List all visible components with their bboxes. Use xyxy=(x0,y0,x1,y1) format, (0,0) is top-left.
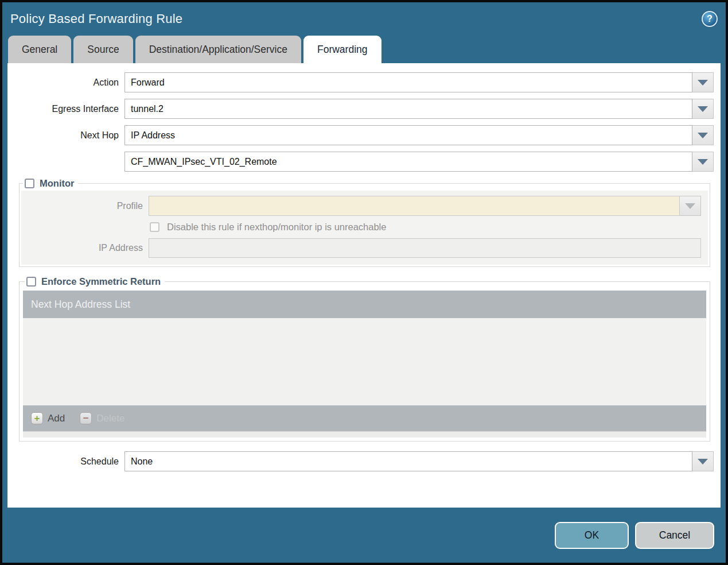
next-hop-address-row xyxy=(7,152,714,172)
profile-dropdown-button xyxy=(680,196,701,216)
table-horizontal-scrollbar[interactable] xyxy=(23,431,706,438)
symmetric-return-legend-label: Enforce Symmetric Return xyxy=(41,276,161,287)
action-dropdown-button[interactable] xyxy=(692,72,714,92)
monitor-group-body: Profile Disable this rule if nexthop/mon… xyxy=(21,191,708,265)
schedule-row: Schedule xyxy=(7,451,714,471)
action-input[interactable] xyxy=(124,72,692,92)
minus-icon: − xyxy=(80,412,92,424)
monitor-legend-row: Monitor xyxy=(23,178,78,189)
egress-interface-combobox xyxy=(124,99,714,119)
ok-button[interactable]: OK xyxy=(555,522,629,549)
disable-rule-row: Disable this rule if nexthop/monitor ip … xyxy=(21,222,701,233)
profile-row: Profile xyxy=(21,196,701,216)
next-hop-address-dropdown-button[interactable] xyxy=(692,152,714,172)
next-hop-label: Next Hop xyxy=(7,130,124,141)
next-hop-address-list-body[interactable] xyxy=(23,318,706,405)
chevron-down-icon xyxy=(698,80,708,86)
chevron-down-icon xyxy=(685,203,695,209)
add-button-label: Add xyxy=(48,413,65,424)
chevron-down-icon xyxy=(698,159,708,165)
profile-label: Profile xyxy=(21,201,149,211)
delete-button: − Delete xyxy=(80,412,124,424)
enforce-symmetric-return-checkbox[interactable] xyxy=(26,277,36,287)
policy-based-forwarding-dialog: Policy Based Forwarding Rule ? General S… xyxy=(0,0,728,565)
tab-source[interactable]: Source xyxy=(73,36,133,63)
monitor-ip-address-input xyxy=(149,238,701,258)
next-hop-row: Next Hop xyxy=(7,125,714,145)
minus-glyph: − xyxy=(83,413,89,423)
egress-interface-row: Egress Interface xyxy=(7,99,714,119)
next-hop-dropdown-button[interactable] xyxy=(692,125,714,145)
plus-icon: + xyxy=(31,412,43,424)
chevron-down-icon xyxy=(698,133,708,138)
next-hop-address-list-header: Next Hop Address List xyxy=(23,291,706,318)
plus-glyph: + xyxy=(34,413,40,423)
chevron-down-icon xyxy=(698,459,708,465)
dialog-title: Policy Based Forwarding Rule xyxy=(10,11,182,26)
tab-forwarding[interactable]: Forwarding xyxy=(303,36,381,63)
forwarding-tab-panel: Action Egress Interface Next Hop xyxy=(7,63,721,508)
monitor-group: Monitor Profile Disable this rule if nex… xyxy=(19,178,710,267)
schedule-label: Schedule xyxy=(7,456,124,467)
question-mark-glyph: ? xyxy=(707,14,713,24)
next-hop-address-input[interactable] xyxy=(124,152,692,172)
disable-rule-checkbox xyxy=(150,222,159,232)
dialog-titlebar: Policy Based Forwarding Rule ? xyxy=(2,2,726,36)
next-hop-table-toolbar: + Add − Delete xyxy=(23,405,706,431)
enforce-symmetric-return-group: Enforce Symmetric Return Next Hop Addres… xyxy=(19,276,710,442)
egress-interface-dropdown-button[interactable] xyxy=(692,99,714,119)
schedule-input[interactable] xyxy=(124,451,692,471)
profile-input xyxy=(149,196,680,216)
cancel-button[interactable]: Cancel xyxy=(635,522,714,549)
tab-destination-application-service[interactable]: Destination/Application/Service xyxy=(135,36,301,63)
action-row: Action xyxy=(7,72,714,92)
symmetric-return-legend-row: Enforce Symmetric Return xyxy=(25,276,165,287)
monitor-legend-label: Monitor xyxy=(40,178,74,189)
next-hop-address-combobox xyxy=(124,152,714,172)
disable-rule-label: Disable this rule if nexthop/monitor ip … xyxy=(167,222,386,233)
egress-interface-label: Egress Interface xyxy=(7,104,124,114)
dialog-footer: OK Cancel xyxy=(2,508,726,563)
monitor-checkbox[interactable] xyxy=(25,179,34,188)
schedule-combobox xyxy=(124,451,714,471)
schedule-dropdown-button[interactable] xyxy=(692,451,714,471)
delete-button-label: Delete xyxy=(96,413,124,424)
add-button[interactable]: + Add xyxy=(31,412,65,424)
monitor-ip-address-label: IP Address xyxy=(21,243,149,253)
monitor-ip-address-row: IP Address xyxy=(21,238,701,258)
tab-bar: General Source Destination/Application/S… xyxy=(2,36,726,63)
next-hop-address-table: Next Hop Address List + Add − Delete xyxy=(23,291,706,438)
chevron-down-icon xyxy=(698,106,708,112)
action-label: Action xyxy=(7,78,124,88)
next-hop-type-input[interactable] xyxy=(124,125,692,145)
tab-general[interactable]: General xyxy=(8,36,71,63)
next-hop-combobox xyxy=(124,125,714,145)
action-combobox xyxy=(124,72,714,92)
help-icon[interactable]: ? xyxy=(702,11,718,27)
profile-combobox xyxy=(149,196,701,216)
egress-interface-input[interactable] xyxy=(124,99,692,119)
